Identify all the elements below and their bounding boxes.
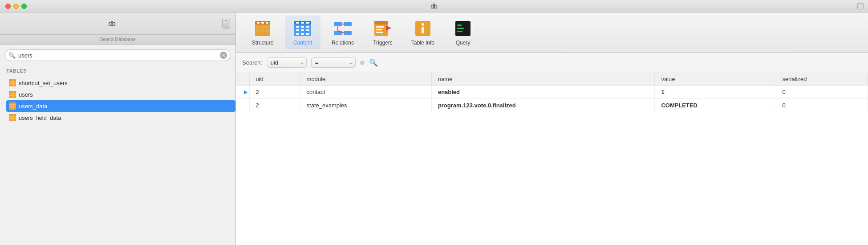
operator-select-wrapper: =!=LIKE><>=<= [311, 57, 356, 68]
svg-rect-47 [301, 33, 304, 35]
svg-rect-40 [296, 26, 299, 28]
field-select[interactable]: uidmodulenamevalueserialized [267, 57, 307, 68]
table-list: shortcut_set_users users users [6, 77, 235, 123]
tables-label: TABLES [6, 66, 235, 75]
svg-rect-41 [301, 26, 304, 28]
svg-rect-28 [266, 22, 268, 24]
svg-rect-63 [422, 27, 424, 33]
svg-rect-1 [9, 79, 16, 82]
cell-uid: 2 [249, 99, 300, 112]
table-icon [9, 102, 16, 110]
col-header-uid: uid [249, 73, 300, 86]
col-header-module: module [300, 73, 431, 86]
svg-rect-66 [457, 28, 464, 29]
svg-rect-45 [306, 29, 309, 31]
row-indicator: ▶ [236, 86, 249, 99]
svg-rect-27 [261, 22, 264, 24]
svg-rect-43 [296, 29, 299, 31]
minimize-button[interactable] [13, 4, 19, 9]
table-info-icon [414, 19, 432, 38]
svg-rect-48 [306, 33, 309, 35]
search-label: Search: [242, 59, 262, 66]
toolbar-btn-triggers[interactable]: Triggers [365, 16, 401, 49]
query-icon [454, 19, 472, 38]
table-icon [9, 91, 16, 98]
svg-rect-49 [334, 22, 342, 26]
table-icon [9, 114, 16, 121]
window-resize-handle[interactable] [857, 3, 864, 9]
svg-rect-50 [344, 22, 352, 26]
cell-serialized: 0 [776, 86, 868, 99]
svg-rect-33 [261, 30, 264, 32]
svg-rect-44 [301, 29, 304, 31]
toolbar-btn-label: Table Info [411, 40, 434, 46]
cell-module: contact [300, 86, 431, 99]
tables-section: TABLES shortcut_set_users [0, 64, 235, 123]
data-table: uidmodulenamevalueserialized ▶2contacten… [236, 73, 868, 112]
structure-icon [253, 19, 272, 38]
svg-rect-29 [257, 26, 260, 28]
svg-rect-59 [376, 29, 382, 30]
field-select-wrapper: uidmodulenamevalueserialized [267, 57, 307, 68]
table-item-users[interactable]: users [6, 89, 231, 100]
maximize-button[interactable] [21, 4, 27, 9]
select-db-label: Select Database [0, 35, 235, 45]
svg-rect-19 [9, 114, 16, 116]
cell-name: enabled [431, 86, 654, 99]
traffic-lights [5, 4, 27, 9]
svg-rect-7 [9, 91, 16, 93]
toolbar-btn-table-info[interactable]: Table Info [405, 16, 441, 49]
col-header-value: value [655, 73, 776, 86]
table-row[interactable]: 2state_examplesprogram.123.vote.0.finali… [236, 99, 868, 112]
close-button[interactable] [5, 4, 11, 9]
toolbar-btn-label: Structure [252, 40, 274, 46]
toolbar-btn-query[interactable]: Query [445, 16, 481, 49]
toolbar-btn-content[interactable]: Content [285, 16, 320, 49]
toolbar-btn-relations[interactable]: Relations [325, 16, 361, 49]
operator-select[interactable]: =!=LIKE><>=<= [311, 57, 356, 68]
triggers-icon [373, 19, 392, 38]
title-bar: db [0, 0, 868, 12]
content-icon [293, 19, 312, 38]
svg-rect-42 [306, 26, 309, 28]
col-header-serialized: serialized [776, 73, 868, 86]
db-stepper[interactable] [222, 19, 230, 29]
row-indicator-col [236, 73, 249, 86]
window-title: db [430, 3, 438, 10]
table-name: users_data [19, 103, 47, 110]
data-table-container[interactable]: uidmodulenamevalueserialized ▶2contacten… [236, 73, 868, 245]
table-name: users [19, 91, 33, 98]
main-content: Search: uidmodulenamevalueserialized =!=… [236, 53, 868, 245]
svg-rect-38 [301, 22, 304, 24]
toolbar: Structure Content Relations Triggers Tab… [236, 12, 868, 53]
cell-module: state_examples [300, 99, 431, 112]
db-name: db [5, 20, 219, 27]
table-row[interactable]: ▶2contactenabled10 [236, 86, 868, 99]
svg-rect-46 [296, 33, 299, 35]
table-item-users_data[interactable]: users_data [6, 100, 235, 112]
svg-rect-13 [9, 102, 16, 105]
table-name: users_field_data [19, 114, 61, 121]
cell-uid: 2 [249, 86, 300, 99]
svg-rect-52 [344, 31, 352, 35]
svg-rect-31 [266, 26, 268, 28]
svg-rect-57 [374, 21, 388, 24]
search-dot [360, 61, 365, 65]
search-bar: Search: uidmodulenamevalueserialized =!=… [236, 53, 868, 73]
sidebar: db Select Database 🔍 ✕ TABLES shortcut_s… [0, 12, 236, 245]
table-item-shortcut_set_users[interactable]: shortcut_set_users [6, 77, 231, 89]
clear-search-button[interactable]: ✕ [220, 52, 227, 59]
search-input[interactable] [18, 52, 217, 59]
toolbar-btn-label: Relations [332, 40, 354, 46]
table-icon [9, 79, 16, 86]
db-selector[interactable]: db [0, 12, 235, 35]
toolbar-btn-label: Query [456, 40, 471, 46]
search-icon[interactable]: 🔍 [369, 58, 378, 67]
search-box[interactable]: 🔍 ✕ [4, 49, 231, 61]
toolbar-btn-structure[interactable]: Structure [245, 16, 280, 49]
svg-rect-30 [261, 26, 264, 28]
table-item-users_field_data[interactable]: users_field_data [6, 112, 231, 123]
relations-icon [333, 19, 352, 38]
svg-rect-67 [457, 31, 462, 32]
svg-rect-34 [266, 30, 268, 32]
